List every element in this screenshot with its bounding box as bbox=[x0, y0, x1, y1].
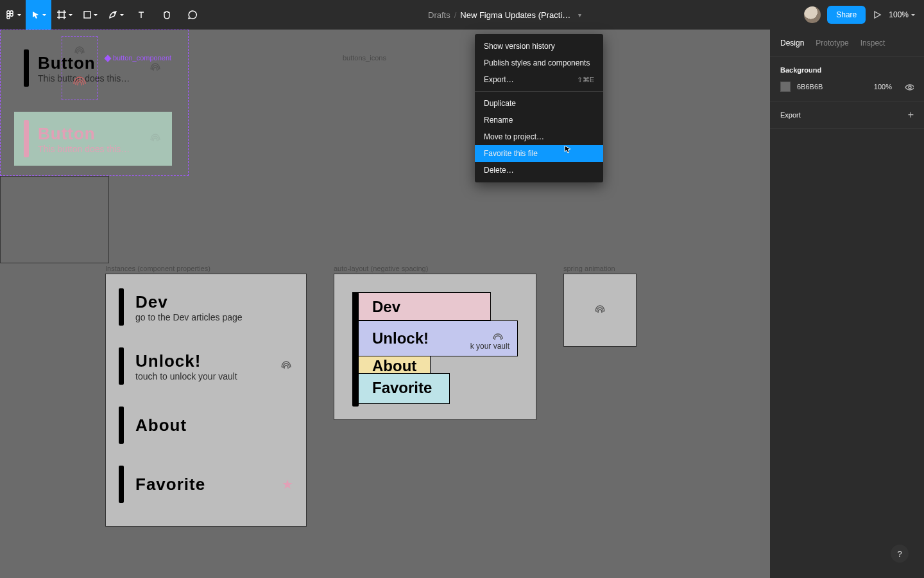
figma-logo-icon bbox=[5, 10, 15, 20]
svg-point-4 bbox=[6, 16, 9, 19]
accent-bar bbox=[119, 466, 124, 503]
text-tool-button[interactable] bbox=[128, 0, 154, 30]
share-button[interactable]: Share bbox=[827, 6, 866, 24]
hand-icon bbox=[162, 10, 172, 20]
pen-icon bbox=[108, 10, 118, 20]
stack-card-unlock[interactable]: Unlock! k your vault bbox=[352, 320, 518, 356]
instance-title: Favorite bbox=[135, 475, 205, 495]
accent-bar bbox=[119, 407, 124, 444]
canvas[interactable]: button_component Button This button does… bbox=[0, 30, 770, 578]
zoom-value: 100% bbox=[889, 10, 909, 19]
frame-tool-button[interactable] bbox=[51, 0, 77, 30]
stack-accent-bar bbox=[352, 292, 359, 407]
svg-point-3 bbox=[10, 13, 12, 16]
instance-title: Unlock! bbox=[135, 351, 237, 371]
instance-unlock[interactable]: Unlock! touch to unlock your vault bbox=[119, 347, 293, 385]
hand-tool-button[interactable] bbox=[154, 0, 180, 30]
breadcrumb-drafts[interactable]: Drafts bbox=[428, 10, 450, 20]
tab-inspect[interactable]: Inspect bbox=[860, 39, 886, 48]
menu-export[interactable]: Export…⇧⌘E bbox=[475, 71, 603, 88]
background-swatch[interactable] bbox=[780, 82, 791, 92]
cursor-icon bbox=[31, 10, 40, 19]
file-context-menu: Show version history Publish styles and … bbox=[475, 34, 603, 182]
comment-icon bbox=[187, 10, 198, 20]
toolbar-left bbox=[0, 0, 205, 30]
tab-design[interactable]: Design bbox=[780, 39, 804, 48]
star-icon: ★ bbox=[282, 477, 293, 492]
tab-prototype[interactable]: Prototype bbox=[816, 39, 848, 48]
background-hex[interactable]: 6B6B6B bbox=[797, 83, 823, 91]
accent-bar bbox=[119, 288, 124, 326]
svg-rect-5 bbox=[84, 12, 90, 18]
panel-tabs: Design Prototype Inspect bbox=[770, 30, 924, 57]
svg-point-6 bbox=[114, 12, 116, 13]
frame-label-autolayout[interactable]: auto-layout (negative spacing) bbox=[334, 265, 428, 272]
zoom-control[interactable]: 100% bbox=[889, 10, 915, 19]
menu-separator bbox=[475, 91, 603, 92]
instance-title: Dev bbox=[135, 292, 243, 312]
svg-point-7 bbox=[909, 86, 911, 89]
right-properties-panel: Design Prototype Inspect Background 6B6B… bbox=[770, 30, 924, 578]
pen-tool-button[interactable] bbox=[103, 0, 128, 30]
menu-version-history[interactable]: Show version history bbox=[475, 38, 603, 55]
text-icon bbox=[137, 10, 146, 19]
menu-favorite-this-file[interactable]: Favorite this file bbox=[475, 145, 603, 162]
instance-about[interactable]: About bbox=[119, 407, 293, 444]
instance-dev[interactable]: Dev go to the Dev articles page bbox=[119, 288, 293, 326]
top-toolbar: Drafts / New Figma Updates (Practi… ▾ Sh… bbox=[0, 0, 924, 30]
help-button[interactable]: ? bbox=[891, 545, 909, 563]
instance-subtitle: touch to unlock your vault bbox=[135, 371, 237, 381]
fingerprint-icon bbox=[71, 74, 88, 92]
present-icon[interactable] bbox=[872, 10, 882, 20]
file-menu-chevron-icon[interactable]: ▾ bbox=[578, 12, 581, 19]
instance-title: About bbox=[135, 416, 187, 435]
selected-icon-group[interactable] bbox=[62, 36, 98, 100]
visibility-icon[interactable] bbox=[905, 82, 914, 91]
menu-publish[interactable]: Publish styles and components bbox=[475, 55, 603, 71]
stack-card-favorite[interactable]: Favorite bbox=[352, 373, 450, 404]
instance-subtitle: go to the Dev articles page bbox=[135, 312, 243, 322]
fingerprint-icon bbox=[73, 44, 87, 60]
frame-autolayout[interactable]: Dev Unlock! k your vault About Favorite bbox=[334, 274, 536, 420]
export-section: Export + bbox=[770, 101, 924, 129]
comment-tool-button[interactable] bbox=[180, 0, 205, 30]
menu-rename[interactable]: Rename bbox=[475, 112, 603, 128]
shape-tool-button[interactable] bbox=[77, 0, 103, 30]
background-row[interactable]: 6B6B6B 100% bbox=[780, 82, 914, 92]
rectangle-icon bbox=[83, 10, 92, 19]
instance-favorite[interactable]: Favorite ★ bbox=[119, 466, 293, 503]
stack-card-unlock-subtitle: k your vault bbox=[470, 342, 509, 351]
move-tool-button[interactable] bbox=[26, 0, 51, 30]
add-export-button[interactable]: + bbox=[908, 110, 914, 119]
frame-label-instances[interactable]: Instances (component properties) bbox=[105, 265, 210, 272]
frame-spring-animation[interactable] bbox=[563, 274, 637, 347]
user-avatar[interactable] bbox=[804, 6, 821, 23]
background-section: Background 6B6B6B 100% bbox=[770, 57, 924, 101]
toolbar-right: Share 100% bbox=[804, 6, 924, 24]
breadcrumb-separator: / bbox=[454, 10, 457, 20]
frame-buttons-icons[interactable]: ★ ♥ bbox=[0, 176, 109, 263]
fingerprint-icon bbox=[593, 302, 607, 319]
main-menu-button[interactable] bbox=[0, 0, 26, 30]
background-opacity[interactable]: 100% bbox=[874, 83, 892, 91]
accent-bar bbox=[119, 347, 124, 385]
menu-duplicate[interactable]: Duplicate bbox=[475, 95, 603, 112]
file-title-area[interactable]: Drafts / New Figma Updates (Practi… ▾ bbox=[205, 10, 804, 20]
stack-card-dev[interactable]: Dev bbox=[352, 292, 491, 320]
background-heading: Background bbox=[780, 66, 914, 74]
menu-delete[interactable]: Delete… bbox=[475, 162, 603, 179]
file-name[interactable]: New Figma Updates (Practi… bbox=[460, 10, 570, 20]
fingerprint-icon bbox=[279, 358, 293, 374]
menu-move-to-project[interactable]: Move to project… bbox=[475, 128, 603, 145]
frame-icon bbox=[56, 10, 67, 20]
frame-label-spring[interactable]: spring animation bbox=[563, 265, 615, 272]
frame-instances[interactable]: Dev go to the Dev articles page Unlock! … bbox=[105, 274, 307, 527]
export-heading: Export bbox=[780, 111, 801, 119]
